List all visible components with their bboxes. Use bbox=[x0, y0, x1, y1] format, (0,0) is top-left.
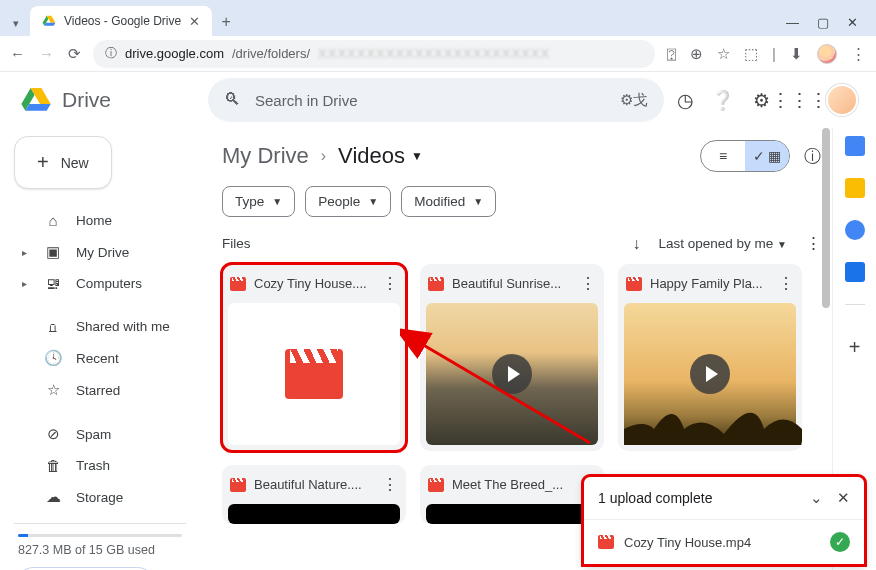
sidebar-item-label: Computers bbox=[76, 276, 142, 291]
sidebar-item-recent[interactable]: 🕓Recent bbox=[14, 342, 186, 374]
chevron-right-icon: › bbox=[321, 147, 326, 165]
calendar-app-icon[interactable] bbox=[845, 136, 865, 156]
star-icon: ☆ bbox=[44, 381, 62, 399]
files-heading: Files bbox=[222, 236, 251, 251]
reload-icon[interactable]: ⟳ bbox=[68, 45, 81, 63]
upload-toast-title: 1 upload complete bbox=[598, 490, 712, 506]
drive-icon: ▣ bbox=[44, 243, 62, 261]
new-tab-button[interactable]: + bbox=[212, 8, 240, 36]
home-icon: ⌂ bbox=[44, 212, 62, 229]
file-thumbnail bbox=[624, 303, 796, 445]
sidebar-item-home[interactable]: ⌂Home bbox=[14, 205, 186, 236]
file-thumbnail bbox=[228, 303, 400, 445]
address-bar[interactable]: ⓘ drive.google.com/drive/folders/XXXXXXX… bbox=[93, 40, 655, 68]
downloads-icon[interactable]: ⬇ bbox=[790, 45, 803, 63]
caret-down-icon: ▼ bbox=[272, 196, 282, 207]
browser-menu-icon[interactable]: ⋮ bbox=[851, 45, 866, 63]
grid-view-button[interactable]: ✓ ▦ bbox=[745, 141, 789, 171]
contacts-app-icon[interactable] bbox=[845, 262, 865, 282]
sidebar-item-my-drive[interactable]: ▸▣My Drive bbox=[14, 236, 186, 268]
computers-icon: 🖳 bbox=[44, 275, 62, 292]
app-header: Drive 🔍︎ Search in Drive ⚙戈 ◷ ❔ ⚙ ⋮⋮⋮ bbox=[0, 72, 876, 128]
sidebar-item-label: Trash bbox=[76, 458, 110, 473]
close-window-icon[interactable]: ✕ bbox=[847, 15, 858, 30]
file-menu-icon[interactable]: ⋮ bbox=[580, 274, 596, 293]
file-card[interactable]: Beautiful Sunrise...⋮ bbox=[420, 264, 604, 451]
video-file-icon bbox=[626, 277, 642, 291]
search-bar[interactable]: 🔍︎ Search in Drive ⚙戈 bbox=[208, 78, 664, 122]
shared-icon: ⩍ bbox=[44, 318, 62, 335]
tab-search-icon[interactable]: ▾ bbox=[8, 17, 24, 36]
back-icon[interactable]: ← bbox=[10, 45, 25, 62]
expand-icon[interactable]: ▸ bbox=[22, 278, 30, 289]
site-info-icon[interactable]: ⓘ bbox=[105, 45, 117, 62]
filter-type[interactable]: Type▼ bbox=[222, 186, 295, 217]
plus-icon: + bbox=[37, 151, 49, 174]
file-card[interactable]: Beautiful Nature....⋮ bbox=[222, 465, 406, 524]
video-file-icon bbox=[230, 478, 246, 492]
recent-icon: 🕓 bbox=[44, 349, 62, 367]
sort-direction-icon[interactable]: ↓ bbox=[632, 235, 640, 253]
maximize-icon[interactable]: ▢ bbox=[817, 15, 829, 30]
breadcrumb-current[interactable]: Videos▼ bbox=[338, 143, 423, 169]
install-app-icon[interactable]: ⍰ bbox=[667, 45, 676, 62]
filter-modified[interactable]: Modified▼ bbox=[401, 186, 496, 217]
drive-logo[interactable]: Drive bbox=[18, 84, 198, 116]
url-host: drive.google.com bbox=[125, 46, 224, 61]
file-thumbnail bbox=[228, 504, 400, 524]
extensions-icon[interactable]: ⬚ bbox=[744, 45, 758, 63]
info-icon[interactable]: ⓘ bbox=[802, 146, 822, 166]
app-name: Drive bbox=[62, 88, 111, 112]
file-name: Beautiful Nature.... bbox=[254, 477, 374, 492]
file-menu-icon[interactable]: ⋮ bbox=[382, 274, 398, 293]
account-avatar[interactable] bbox=[826, 84, 858, 116]
minimize-icon[interactable]: — bbox=[786, 15, 799, 30]
sidebar-item-label: My Drive bbox=[76, 245, 129, 260]
file-menu-icon[interactable]: ⋮ bbox=[382, 475, 398, 494]
file-name: Happy Family Pla... bbox=[650, 276, 770, 291]
tasks-app-icon[interactable] bbox=[845, 220, 865, 240]
scrollbar[interactable] bbox=[822, 128, 830, 308]
view-toggle: ≡ ✓ ▦ bbox=[700, 140, 790, 172]
caret-down-icon: ▼ bbox=[777, 239, 787, 250]
search-options-icon[interactable]: ⚙戈 bbox=[620, 91, 648, 110]
drive-logo-icon bbox=[18, 84, 54, 116]
filter-people[interactable]: People▼ bbox=[305, 186, 391, 217]
file-card[interactable]: Meet The Breed_...⋮ bbox=[420, 465, 604, 524]
sidebar: + New ⌂Home ▸▣My Drive ▸🖳Computers ⩍Shar… bbox=[0, 128, 200, 570]
zoom-icon[interactable]: ⊕ bbox=[690, 45, 703, 63]
tab-close-icon[interactable]: ✕ bbox=[189, 14, 200, 29]
file-card[interactable]: Happy Family Pla...⋮ bbox=[618, 264, 802, 451]
keep-app-icon[interactable] bbox=[845, 178, 865, 198]
sidebar-item-computers[interactable]: ▸🖳Computers bbox=[14, 268, 186, 299]
sidebar-item-starred[interactable]: ☆Starred bbox=[14, 374, 186, 406]
toast-close-icon[interactable]: ✕ bbox=[837, 489, 850, 507]
browser-tab[interactable]: Videos - Google Drive ✕ bbox=[30, 6, 212, 36]
sidebar-item-shared[interactable]: ⩍Shared with me bbox=[14, 311, 186, 342]
play-icon bbox=[492, 354, 532, 394]
expand-icon[interactable]: ▸ bbox=[22, 247, 30, 258]
more-options-icon[interactable]: ⋮ bbox=[805, 233, 822, 254]
file-menu-icon[interactable]: ⋮ bbox=[778, 274, 794, 293]
sidebar-item-trash[interactable]: 🗑Trash bbox=[14, 450, 186, 481]
sidebar-item-label: Home bbox=[76, 213, 112, 228]
offline-ready-icon[interactable]: ◷ bbox=[674, 89, 696, 111]
toast-collapse-icon[interactable]: ⌄ bbox=[810, 489, 823, 507]
svg-marker-2 bbox=[44, 23, 55, 26]
help-icon[interactable]: ❔ bbox=[712, 89, 734, 111]
sidebar-item-storage[interactable]: ☁Storage bbox=[14, 481, 186, 513]
apps-grid-icon[interactable]: ⋮⋮⋮ bbox=[788, 89, 810, 111]
browser-profile-avatar[interactable] bbox=[817, 44, 837, 64]
file-card[interactable]: Cozy Tiny House....⋮ bbox=[222, 264, 406, 451]
sort-dropdown[interactable]: Last opened by me ▼ bbox=[658, 236, 787, 251]
caret-down-icon: ▼ bbox=[473, 196, 483, 207]
new-button[interactable]: + New bbox=[14, 136, 112, 189]
breadcrumb-root[interactable]: My Drive bbox=[222, 143, 309, 169]
settings-gear-icon[interactable]: ⚙ bbox=[750, 89, 772, 111]
bookmark-icon[interactable]: ☆ bbox=[717, 45, 730, 63]
list-view-button[interactable]: ≡ bbox=[701, 141, 745, 171]
add-app-icon[interactable]: + bbox=[849, 336, 861, 359]
storage-text: 827.3 MB of 15 GB used bbox=[18, 543, 186, 557]
breadcrumb: My Drive › Videos▼ ≡ ✓ ▦ ⓘ bbox=[222, 140, 822, 172]
sidebar-item-spam[interactable]: ⊘Spam bbox=[14, 418, 186, 450]
